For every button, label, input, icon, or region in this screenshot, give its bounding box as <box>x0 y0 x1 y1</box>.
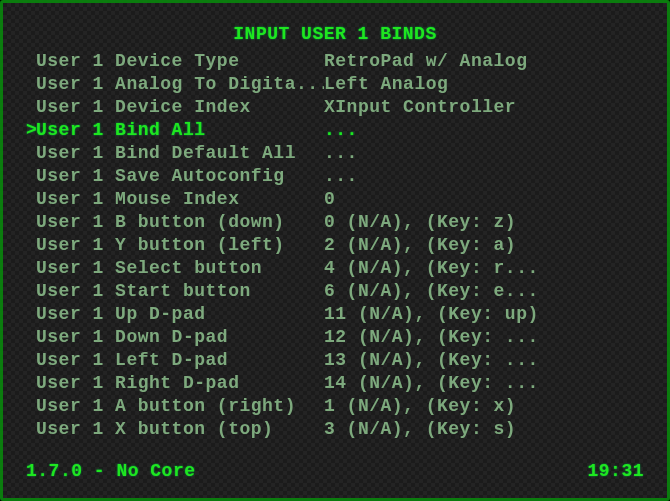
cursor-icon <box>26 142 36 165</box>
bind-label: User 1 Analog To Digita... <box>36 73 324 96</box>
bind-label: User 1 Bind Default All <box>36 142 324 165</box>
bind-value: 11 (N/A), (Key: up) <box>324 303 644 326</box>
bind-label: User 1 Bind All <box>36 119 324 142</box>
bind-label: User 1 Save Autoconfig <box>36 165 324 188</box>
bind-row[interactable]: User 1 X button (top)3 (N/A), (Key: s) <box>26 418 644 441</box>
bind-value: XInput Controller <box>324 96 644 119</box>
bind-value: 14 (N/A), (Key: ... <box>324 372 644 395</box>
cursor-icon <box>26 395 36 418</box>
bind-row[interactable]: User 1 Y button (left)2 (N/A), (Key: a) <box>26 234 644 257</box>
bind-label: User 1 Mouse Index <box>36 188 324 211</box>
bind-row[interactable]: User 1 Down D-pad12 (N/A), (Key: ... <box>26 326 644 349</box>
bind-value: 3 (N/A), (Key: s) <box>324 418 644 441</box>
bind-row[interactable]: User 1 Bind Default All... <box>26 142 644 165</box>
cursor-icon <box>26 372 36 395</box>
cursor-icon <box>26 50 36 73</box>
bind-label: User 1 Up D-pad <box>36 303 324 326</box>
cursor-icon <box>26 257 36 280</box>
bind-label: User 1 Start button <box>36 280 324 303</box>
cursor-icon <box>26 349 36 372</box>
bind-value: 0 (N/A), (Key: z) <box>324 211 644 234</box>
bind-label: User 1 Right D-pad <box>36 372 324 395</box>
bind-row[interactable]: User 1 Save Autoconfig... <box>26 165 644 188</box>
bind-row[interactable]: User 1 Mouse Index0 <box>26 188 644 211</box>
clock-text: 19:31 <box>587 460 644 483</box>
cursor-icon <box>26 73 36 96</box>
binds-list: User 1 Device TypeRetroPad w/ Analog Use… <box>26 50 644 441</box>
cursor-icon <box>26 96 36 119</box>
settings-screen: INPUT USER 1 BINDS User 1 Device TypeRet… <box>0 0 670 501</box>
bind-label: User 1 B button (down) <box>36 211 324 234</box>
cursor-icon <box>26 188 36 211</box>
cursor-icon <box>26 234 36 257</box>
bind-row[interactable]: User 1 B button (down)0 (N/A), (Key: z) <box>26 211 644 234</box>
cursor-icon <box>26 165 36 188</box>
bind-value: RetroPad w/ Analog <box>324 50 644 73</box>
bind-row[interactable]: User 1 A button (right)1 (N/A), (Key: x) <box>26 395 644 418</box>
bind-value: 1 (N/A), (Key: x) <box>324 395 644 418</box>
cursor-icon <box>26 211 36 234</box>
bind-value: Left Analog <box>324 73 644 96</box>
bind-value: 0 <box>324 188 644 211</box>
bind-value: ... <box>324 142 644 165</box>
cursor-icon <box>26 303 36 326</box>
cursor-icon: > <box>26 119 36 142</box>
bind-value: 4 (N/A), (Key: r... <box>324 257 644 280</box>
bind-value: ... <box>324 119 644 142</box>
bind-row[interactable]: User 1 Select button4 (N/A), (Key: r... <box>26 257 644 280</box>
bind-label: User 1 X button (top) <box>36 418 324 441</box>
bind-value: 6 (N/A), (Key: e... <box>324 280 644 303</box>
status-bar: 1.7.0 - No Core 19:31 <box>26 460 644 483</box>
bind-row[interactable]: >User 1 Bind All... <box>26 119 644 142</box>
bind-value: 2 (N/A), (Key: a) <box>324 234 644 257</box>
cursor-icon <box>26 418 36 441</box>
page-title: INPUT USER 1 BINDS <box>26 23 644 46</box>
bind-value: 13 (N/A), (Key: ... <box>324 349 644 372</box>
bind-label: User 1 Down D-pad <box>36 326 324 349</box>
bind-row[interactable]: User 1 Right D-pad14 (N/A), (Key: ... <box>26 372 644 395</box>
bind-label: User 1 Device Index <box>36 96 324 119</box>
bind-value: ... <box>324 165 644 188</box>
bind-label: User 1 Device Type <box>36 50 324 73</box>
bind-row[interactable]: User 1 Analog To Digita...Left Analog <box>26 73 644 96</box>
version-text: 1.7.0 - No Core <box>26 460 196 483</box>
bind-label: User 1 Select button <box>36 257 324 280</box>
bind-row[interactable]: User 1 Left D-pad13 (N/A), (Key: ... <box>26 349 644 372</box>
bind-label: User 1 Y button (left) <box>36 234 324 257</box>
bind-value: 12 (N/A), (Key: ... <box>324 326 644 349</box>
cursor-icon <box>26 280 36 303</box>
bind-label: User 1 A button (right) <box>36 395 324 418</box>
bind-row[interactable]: User 1 Start button6 (N/A), (Key: e... <box>26 280 644 303</box>
bind-row[interactable]: User 1 Up D-pad11 (N/A), (Key: up) <box>26 303 644 326</box>
cursor-icon <box>26 326 36 349</box>
bind-row[interactable]: User 1 Device TypeRetroPad w/ Analog <box>26 50 644 73</box>
bind-label: User 1 Left D-pad <box>36 349 324 372</box>
bind-row[interactable]: User 1 Device IndexXInput Controller <box>26 96 644 119</box>
